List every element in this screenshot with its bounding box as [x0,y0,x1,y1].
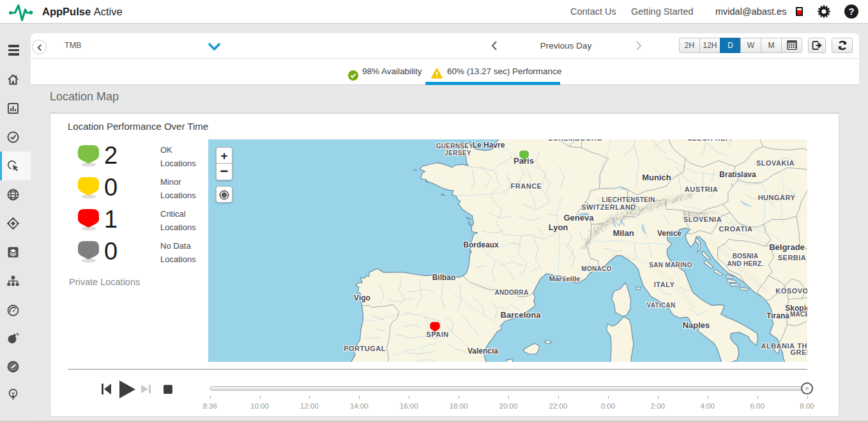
svg-text:AUSTRIA: AUSTRIA [685,185,718,193]
svg-text:SWITZERLAND: SWITZERLAND [581,203,636,211]
svg-text:AND HERZ.: AND HERZ. [727,260,763,267]
svg-text:Bratislava: Bratislava [719,170,756,179]
svg-text:HUNGARY: HUNGARY [758,194,796,201]
svg-text:SLOVENIA: SLOVENIA [683,215,722,223]
svg-text:Munich: Munich [642,173,671,182]
svg-text:Vigo: Vigo [354,293,370,302]
svg-text:Naples: Naples [683,320,710,330]
svg-text:ITALY: ITALY [654,281,675,288]
svg-text:SAN MARINO: SAN MARINO [649,262,692,269]
svg-text:Geneva: Geneva [564,213,595,223]
svg-text:Milan: Milan [613,228,634,238]
svg-text:SLOVAKIA: SLOVAKIA [756,159,795,167]
svg-text:ANDORRA: ANDORRA [494,289,528,296]
svg-text:LUXEMBOURG: LUXEMBOURG [549,139,602,142]
svg-text:Bordeaux: Bordeaux [463,240,499,249]
svg-text:Valencia: Valencia [468,347,498,356]
svg-text:FRANCE: FRANCE [511,182,542,190]
svg-text:Belgrade: Belgrade [769,242,805,252]
svg-text:Venice: Venice [657,229,681,238]
svg-text:SERBIA: SERBIA [778,254,807,262]
svg-text:BOSNIA: BOSNIA [733,253,759,260]
svg-text:Barcelona: Barcelona [501,310,542,320]
svg-text:GREE: GREE [790,348,807,356]
svg-text:MONACO: MONACO [581,265,611,272]
svg-text:KOSOVO: KOSOVO [775,287,807,295]
svg-text:PORTUGAL: PORTUGAL [344,345,386,352]
svg-text:VATICAN: VATICAN [646,302,675,309]
svg-text:CROATIA: CROATIA [719,225,753,233]
svg-text:CZECH REP.: CZECH REP. [687,139,732,142]
svg-text:JERSEY: JERSEY [445,150,471,157]
svg-text:Le Havre: Le Havre [473,141,505,150]
svg-text:Bilbao: Bilbao [432,273,456,282]
svg-text:Lyon: Lyon [549,223,568,232]
svg-text:LIECHTENSTEIN: LIECHTENSTEIN [602,196,655,203]
svg-text:MACEDO: MACEDO [790,311,807,318]
svg-text:Marseille: Marseille [549,275,580,283]
svg-text:Tirana: Tirana [766,311,789,320]
svg-text:GUERNSEY: GUERNSEY [436,143,474,150]
